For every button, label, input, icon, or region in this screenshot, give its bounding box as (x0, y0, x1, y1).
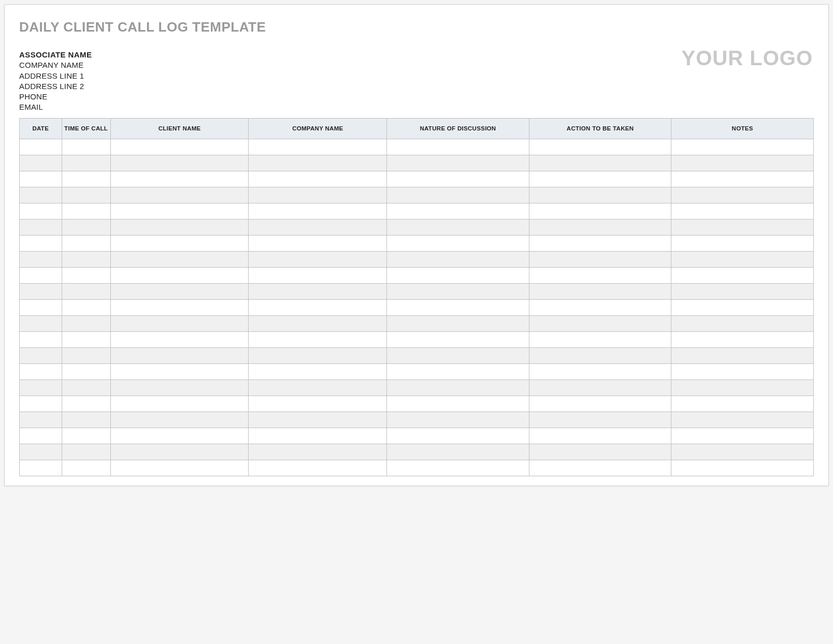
cell-time_of_call[interactable] (62, 203, 110, 219)
cell-notes[interactable] (671, 347, 814, 363)
cell-notes[interactable] (671, 139, 814, 155)
cell-notes[interactable] (671, 283, 814, 299)
cell-client_name[interactable] (110, 315, 249, 331)
cell-date[interactable] (20, 219, 62, 235)
cell-company_name[interactable] (249, 396, 387, 412)
cell-date[interactable] (20, 396, 62, 412)
cell-action[interactable] (529, 396, 671, 412)
cell-company_name[interactable] (249, 428, 387, 444)
cell-nature[interactable] (387, 155, 529, 171)
cell-date[interactable] (20, 283, 62, 299)
cell-date[interactable] (20, 363, 62, 379)
cell-client_name[interactable] (110, 187, 249, 203)
cell-client_name[interactable] (110, 219, 249, 235)
cell-client_name[interactable] (110, 428, 249, 444)
cell-nature[interactable] (387, 363, 529, 379)
cell-company_name[interactable] (249, 412, 387, 428)
cell-action[interactable] (529, 139, 671, 155)
cell-notes[interactable] (671, 412, 814, 428)
cell-time_of_call[interactable] (62, 412, 110, 428)
cell-date[interactable] (20, 299, 62, 315)
cell-action[interactable] (529, 444, 671, 460)
cell-date[interactable] (20, 347, 62, 363)
cell-company_name[interactable] (249, 283, 387, 299)
cell-action[interactable] (529, 267, 671, 283)
cell-time_of_call[interactable] (62, 315, 110, 331)
cell-notes[interactable] (671, 171, 814, 187)
cell-action[interactable] (529, 460, 671, 476)
cell-action[interactable] (529, 363, 671, 379)
cell-nature[interactable] (387, 283, 529, 299)
cell-notes[interactable] (671, 251, 814, 267)
cell-notes[interactable] (671, 187, 814, 203)
cell-time_of_call[interactable] (62, 331, 110, 347)
cell-company_name[interactable] (249, 379, 387, 396)
cell-client_name[interactable] (110, 460, 249, 476)
cell-notes[interactable] (671, 219, 814, 235)
cell-time_of_call[interactable] (62, 283, 110, 299)
cell-action[interactable] (529, 331, 671, 347)
cell-client_name[interactable] (110, 283, 249, 299)
cell-client_name[interactable] (110, 171, 249, 187)
cell-client_name[interactable] (110, 139, 249, 155)
cell-company_name[interactable] (249, 171, 387, 187)
cell-action[interactable] (529, 235, 671, 251)
cell-company_name[interactable] (249, 299, 387, 315)
cell-nature[interactable] (387, 347, 529, 363)
cell-nature[interactable] (387, 396, 529, 412)
cell-nature[interactable] (387, 187, 529, 203)
cell-company_name[interactable] (249, 251, 387, 267)
cell-company_name[interactable] (249, 139, 387, 155)
cell-date[interactable] (20, 267, 62, 283)
cell-time_of_call[interactable] (62, 460, 110, 476)
cell-notes[interactable] (671, 155, 814, 171)
cell-time_of_call[interactable] (62, 347, 110, 363)
cell-client_name[interactable] (110, 203, 249, 219)
cell-client_name[interactable] (110, 444, 249, 460)
cell-action[interactable] (529, 203, 671, 219)
cell-company_name[interactable] (249, 347, 387, 363)
cell-company_name[interactable] (249, 203, 387, 219)
cell-company_name[interactable] (249, 460, 387, 476)
cell-client_name[interactable] (110, 412, 249, 428)
cell-date[interactable] (20, 203, 62, 219)
cell-time_of_call[interactable] (62, 363, 110, 379)
cell-time_of_call[interactable] (62, 155, 110, 171)
cell-nature[interactable] (387, 171, 529, 187)
cell-notes[interactable] (671, 331, 814, 347)
cell-client_name[interactable] (110, 155, 249, 171)
cell-notes[interactable] (671, 235, 814, 251)
cell-client_name[interactable] (110, 331, 249, 347)
cell-notes[interactable] (671, 444, 814, 460)
cell-time_of_call[interactable] (62, 428, 110, 444)
cell-client_name[interactable] (110, 347, 249, 363)
cell-date[interactable] (20, 171, 62, 187)
cell-nature[interactable] (387, 219, 529, 235)
cell-date[interactable] (20, 155, 62, 171)
cell-nature[interactable] (387, 251, 529, 267)
cell-client_name[interactable] (110, 396, 249, 412)
cell-nature[interactable] (387, 412, 529, 428)
cell-company_name[interactable] (249, 315, 387, 331)
cell-time_of_call[interactable] (62, 444, 110, 460)
cell-action[interactable] (529, 251, 671, 267)
cell-company_name[interactable] (249, 267, 387, 283)
cell-time_of_call[interactable] (62, 251, 110, 267)
cell-date[interactable] (20, 139, 62, 155)
cell-date[interactable] (20, 187, 62, 203)
cell-time_of_call[interactable] (62, 396, 110, 412)
cell-nature[interactable] (387, 315, 529, 331)
cell-date[interactable] (20, 331, 62, 347)
cell-date[interactable] (20, 251, 62, 267)
cell-notes[interactable] (671, 396, 814, 412)
cell-notes[interactable] (671, 363, 814, 379)
cell-notes[interactable] (671, 267, 814, 283)
cell-action[interactable] (529, 428, 671, 444)
cell-date[interactable] (20, 235, 62, 251)
cell-company_name[interactable] (249, 155, 387, 171)
cell-client_name[interactable] (110, 251, 249, 267)
cell-nature[interactable] (387, 139, 529, 155)
cell-notes[interactable] (671, 379, 814, 396)
cell-nature[interactable] (387, 444, 529, 460)
cell-action[interactable] (529, 187, 671, 203)
